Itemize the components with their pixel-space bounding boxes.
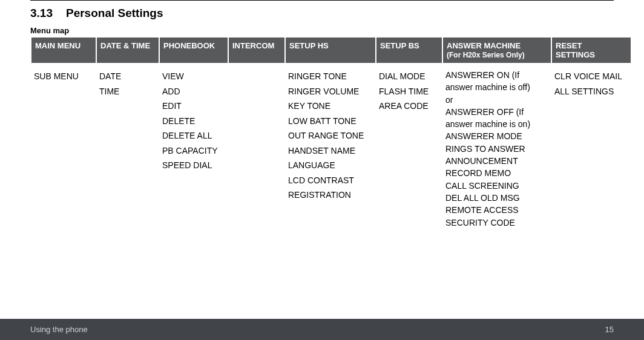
th-answer-machine: ANSWER MACHINE (For H20x Series Only)	[443, 38, 551, 63]
cell-setup-hs: RINGER TONERINGER VOLUMEKEY TONELOW BATT…	[286, 63, 375, 231]
cell-answer-machine: ANSWERER ON (If answer machine is off)or…	[443, 63, 551, 231]
th-reset-b: SETTINGS	[556, 50, 595, 59]
menu-map-table: MAIN MENU DATE & TIME PHONEBOOK INTERCOM…	[30, 38, 632, 231]
section-title: 3.13Personal Settings	[30, 7, 614, 20]
cell-main-menu: SUB MENU	[31, 63, 96, 231]
th-phonebook: PHONEBOOK	[160, 38, 228, 63]
section-title-text: Personal Settings	[66, 7, 163, 19]
th-setup-bs: SETUP BS	[376, 38, 442, 63]
top-rule	[30, 0, 614, 1]
th-reset-a: RESET	[556, 41, 582, 50]
cell-phonebook: VIEWADDEDITDELETEDELETE ALLPB CAPACITYSP…	[160, 63, 228, 231]
cell-setup-bs: DIAL MODEFLASH TIMEAREA CODE	[376, 63, 442, 231]
cell-reset-settings: CLR VOICE MAILALL SETTINGS	[552, 63, 631, 231]
footer-page-number: 15	[605, 325, 614, 334]
section-number: 3.13	[30, 7, 53, 20]
footer: Using the phone 15	[0, 319, 644, 340]
cell-intercom	[229, 63, 284, 231]
th-reset-settings: RESET SETTINGS	[552, 38, 631, 63]
cell-date-time: DATETIME	[97, 63, 159, 231]
th-setup-hs: SETUP HS	[286, 38, 375, 63]
th-main-menu: MAIN MENU	[31, 38, 96, 63]
th-answer-machine-title: ANSWER MACHINE	[447, 41, 521, 50]
th-date-time: DATE & TIME	[97, 38, 159, 63]
menu-map-label: Menu map	[30, 26, 614, 35]
th-answer-machine-sub: (For H20x Series Only)	[447, 51, 525, 59]
th-intercom: INTERCOM	[229, 38, 284, 63]
footer-left: Using the phone	[30, 325, 88, 334]
